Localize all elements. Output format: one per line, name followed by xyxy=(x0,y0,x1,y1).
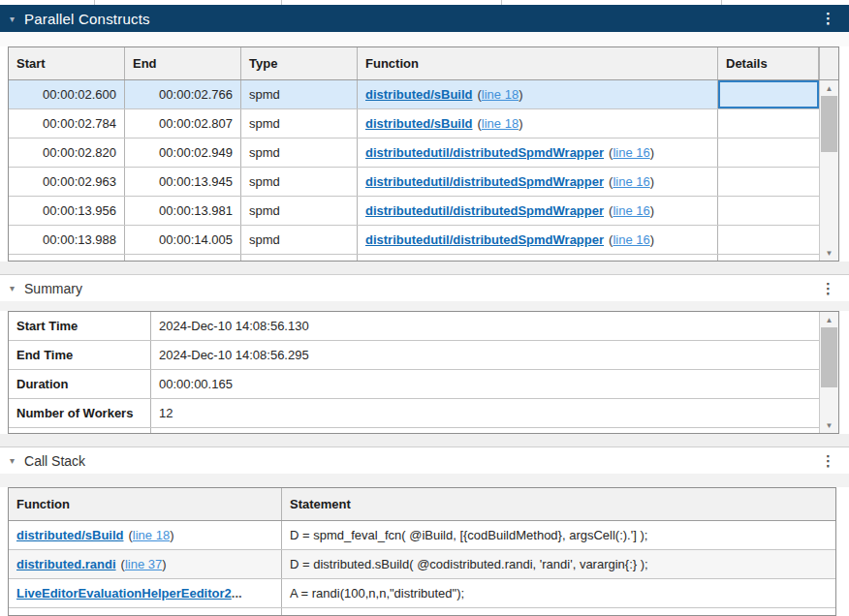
cell-type: spmd xyxy=(241,255,358,262)
summary-value: 2024-Dec-10 14:08:56.130 xyxy=(151,312,819,340)
scrollbar-up-button[interactable]: ▲ xyxy=(820,312,838,327)
collapse-icon[interactable]: ▾ xyxy=(10,283,15,293)
section-header-summary: ▾ Summary ⋮ xyxy=(0,274,849,301)
table-row-partial xyxy=(9,608,835,616)
function-link[interactable]: distributed/sBuild xyxy=(16,528,124,542)
table-row[interactable]: 00:00:13.988 00:00:14.005 spmd distribut… xyxy=(9,226,838,255)
scroll-up-icon: ▲ xyxy=(826,316,833,324)
column-header-end: End xyxy=(125,47,241,79)
column-divider xyxy=(281,0,282,5)
kebab-menu-icon[interactable]: ⋮ xyxy=(817,10,839,27)
cell-start: 00:00:13.988 xyxy=(9,226,125,254)
cell-function: distributedutil/distributedSpmdWrapper(l… xyxy=(358,197,718,225)
line-link[interactable]: line 18 xyxy=(482,116,519,131)
scrollbar[interactable]: ▲ ▼ xyxy=(819,312,838,433)
profiler-panel: ▾ Parallel Constructs ⋮ Start End Type F… xyxy=(0,0,849,616)
summary-value: 2024-Dec-10 14:08:56.295 xyxy=(151,341,819,369)
cell-end: 00:00:14.005 xyxy=(125,226,241,254)
summary-row[interactable]: Start Time 2024-Dec-10 14:08:56.130 xyxy=(9,312,838,341)
function-link[interactable]: distributedutil/distributedSpmdWrapper xyxy=(365,258,604,262)
statement-cell: A = randi(100,n,n,"distributed"); xyxy=(282,579,835,607)
cell-start: 00:00:02.600 xyxy=(9,80,125,108)
function-link[interactable]: distributedutil/distributedSpmdWrapper xyxy=(365,203,604,218)
table-row[interactable]: 00:00:02.784 00:00:02.807 spmd distribut… xyxy=(9,109,838,139)
line-link[interactable]: line 16 xyxy=(613,232,649,247)
scrollbar[interactable]: ▲ ▼ xyxy=(819,80,838,261)
column-header-scroll-corner xyxy=(819,47,838,79)
call-stack-table: Function Statement distributed/sBuild(li… xyxy=(8,487,836,616)
statement-cell: D = distributed.sBuild( @codistributed.r… xyxy=(282,550,835,578)
function-link[interactable]: distributedutil/distributedSpmdWrapper xyxy=(365,174,604,189)
table-header-row: Start End Type Function Details xyxy=(9,47,838,80)
scrollbar-thumb[interactable] xyxy=(821,96,837,152)
kebab-menu-icon[interactable]: ⋮ xyxy=(817,280,839,297)
cell-details[interactable] xyxy=(718,255,819,262)
table-row[interactable]: 00:00:13.956 00:00:13.981 spmd distribut… xyxy=(9,197,838,226)
cell-details[interactable] xyxy=(718,139,819,167)
function-link[interactable]: LiveEditorEvaluationHelperEeditor2 xyxy=(16,586,232,601)
cell-details[interactable] xyxy=(718,226,819,254)
function-link[interactable]: distributedutil/distributedSpmdWrapper xyxy=(365,232,604,247)
table-row[interactable]: 00:00:02.963 00:00:13.945 spmd distribut… xyxy=(9,168,838,197)
cell-details-focused[interactable] xyxy=(718,80,819,108)
line-link[interactable]: line 16 xyxy=(613,145,649,160)
cell-details[interactable] xyxy=(718,168,819,196)
column-header-type: Type xyxy=(241,47,358,79)
cell-details[interactable] xyxy=(718,109,819,138)
cell-function: distributed.randi(line 37) xyxy=(9,550,282,578)
summary-table: Start Time 2024-Dec-10 14:08:56.130 End … xyxy=(8,311,839,434)
table-header-row: Function Statement xyxy=(9,488,835,521)
scrollbar-down-button[interactable]: ▼ xyxy=(820,417,838,433)
line-link[interactable]: line 16 xyxy=(613,203,649,218)
function-link[interactable]: distributed.randi xyxy=(16,557,116,571)
cell-type: spmd xyxy=(241,197,358,225)
line-link[interactable]: line 37 xyxy=(125,557,162,571)
function-link[interactable]: distributed/sBuild xyxy=(365,87,473,102)
summary-label: Duration xyxy=(9,370,151,398)
cell-details[interactable] xyxy=(718,197,819,225)
collapse-icon[interactable]: ▾ xyxy=(10,455,15,466)
cell-end: 00:00:14.052 xyxy=(125,255,241,262)
line-link[interactable]: line 18 xyxy=(482,87,519,102)
cell-type: spmd xyxy=(241,139,358,167)
cell-function: LiveEditorEvaluationHelperEeditor2... xyxy=(9,579,282,607)
cell-type: spmd xyxy=(241,226,358,254)
summary-label: Number of Workers xyxy=(9,399,151,427)
cell-end: 00:00:02.807 xyxy=(125,109,241,138)
summary-value: 12 xyxy=(151,399,819,427)
scrollbar-thumb[interactable] xyxy=(821,327,837,387)
cell-start: 00:00:02.820 xyxy=(9,139,125,167)
summary-row[interactable]: Duration 00:00:00.165 xyxy=(9,370,838,399)
table-row[interactable]: LiveEditorEvaluationHelperEeditor2... A … xyxy=(9,579,835,608)
column-divider xyxy=(721,0,722,5)
cell-function: distributedutil/distributedSpmdWrapper(l… xyxy=(358,168,718,196)
table-row[interactable]: distributed/sBuild(line 18) D = spmd_fev… xyxy=(9,521,835,550)
summary-row[interactable]: End Time 2024-Dec-10 14:08:56.295 xyxy=(9,341,838,370)
column-divider xyxy=(501,0,502,5)
cell-type: spmd xyxy=(241,168,358,196)
summary-row[interactable]: Number of Workers 12 xyxy=(9,399,838,428)
summary-label: End Time xyxy=(9,341,151,369)
column-header-statement: Statement xyxy=(282,488,835,520)
cell-start: 00:00:14.014 xyxy=(9,255,125,262)
cell-end: 00:00:13.981 xyxy=(125,197,241,225)
table-row-partial[interactable]: 00:00:14.014 00:00:14.052 spmd distribut… xyxy=(9,255,838,262)
spacer xyxy=(0,434,849,447)
line-link[interactable]: line 16 xyxy=(613,174,649,189)
line-link[interactable]: line 18 xyxy=(133,528,170,542)
table-row[interactable]: distributed.randi(line 37) D = distribut… xyxy=(9,550,835,579)
line-link[interactable]: line 16 xyxy=(613,258,649,262)
table-row[interactable]: 00:00:02.820 00:00:02.949 spmd distribut… xyxy=(9,139,838,168)
scrollbar-up-button[interactable]: ▲ xyxy=(820,80,838,96)
table-row-selected[interactable]: 00:00:02.600 00:00:02.766 spmd distribut… xyxy=(9,80,838,109)
scrollbar-down-button[interactable]: ▼ xyxy=(820,245,838,261)
function-link[interactable]: distributedutil/distributedSpmdWrapper xyxy=(365,145,604,160)
cell-function: distributed/sBuild(line 18) xyxy=(358,80,718,108)
cell-end: 00:00:02.949 xyxy=(125,139,241,167)
function-link[interactable]: distributed/sBuild xyxy=(365,116,473,131)
cell-start: 00:00:13.956 xyxy=(9,197,125,225)
collapse-icon[interactable]: ▾ xyxy=(10,14,15,24)
column-header-start: Start xyxy=(9,47,125,79)
kebab-menu-icon[interactable]: ⋮ xyxy=(817,452,839,470)
spacer xyxy=(0,301,849,311)
